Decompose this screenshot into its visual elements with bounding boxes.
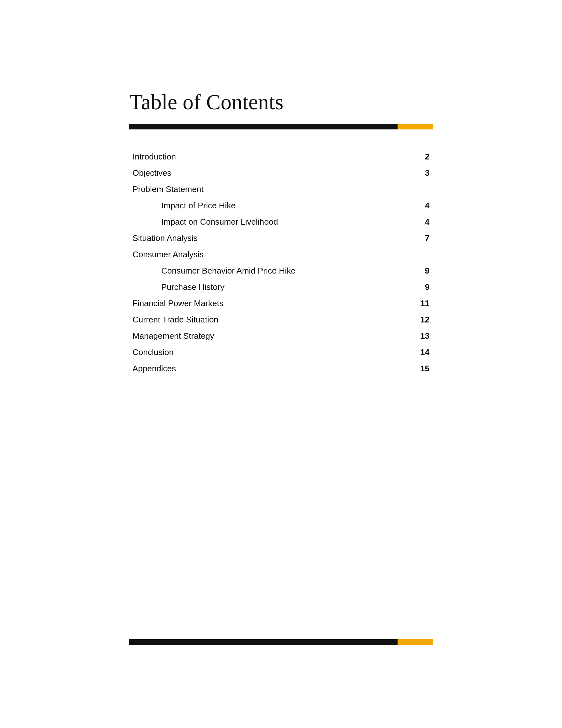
divider-black — [129, 124, 397, 129]
bottom-divider — [129, 639, 433, 645]
toc-item-label: Consumer Behavior Amid Price Hike — [133, 266, 296, 276]
toc-item-page: 15 — [420, 364, 429, 374]
toc-item-page: 4 — [420, 201, 429, 211]
divider-gold — [397, 124, 433, 129]
top-spacer — [129, 0, 433, 89]
toc-row: Impact on Consumer Livelihood4 — [133, 214, 429, 230]
page-title: Table of Contents — [129, 89, 433, 115]
toc-item-page: 9 — [420, 266, 429, 276]
toc-item-label: Introduction — [133, 152, 176, 162]
toc-row: Objectives3 — [133, 165, 429, 181]
toc-row: Purchase History9 — [133, 279, 429, 295]
toc-row: Consumer Analysis — [133, 246, 429, 263]
toc-row: Financial Power Markets11 — [133, 295, 429, 312]
toc-item-label: Current Trade Situation — [133, 315, 219, 325]
toc-item-label: Conclusion — [133, 347, 174, 357]
toc-row: Management Strategy13 — [133, 328, 429, 344]
bottom-divider-black — [129, 639, 397, 645]
toc-item-page: 9 — [420, 282, 429, 292]
toc-item-page: 12 — [420, 315, 429, 325]
bottom-spacer-area — [129, 645, 433, 728]
toc-row: Appendices15 — [133, 360, 429, 377]
toc-row: Conclusion14 — [133, 344, 429, 360]
top-divider — [129, 124, 433, 129]
toc-item-label: Financial Power Markets — [133, 298, 224, 308]
toc-item-label: Impact of Price Hike — [133, 201, 236, 211]
toc-content: Introduction2Objectives3Problem Statemen… — [129, 149, 433, 502]
toc-item-label: Situation Analysis — [133, 233, 198, 243]
toc-item-page: 13 — [420, 331, 429, 341]
toc-item-page: 7 — [420, 233, 429, 243]
toc-item-label: Impact on Consumer Livelihood — [133, 217, 278, 227]
bottom-divider-gold — [397, 639, 433, 645]
toc-item-label: Problem Statement — [133, 184, 204, 194]
toc-row: Current Trade Situation12 — [133, 312, 429, 328]
toc-row: Consumer Behavior Amid Price Hike9 — [133, 263, 429, 279]
toc-item-page: 11 — [420, 298, 429, 308]
toc-item-page: 14 — [420, 347, 429, 357]
toc-item-page: 2 — [420, 152, 429, 162]
bottom-spacer — [129, 502, 433, 627]
toc-item-page: 4 — [420, 217, 429, 227]
toc-row: Impact of Price Hike4 — [133, 197, 429, 214]
toc-item-label: Management Strategy — [133, 331, 214, 341]
toc-item-page: 3 — [420, 168, 429, 178]
toc-item-label: Appendices — [133, 364, 176, 374]
toc-row: Introduction2 — [133, 149, 429, 165]
toc-item-label: Purchase History — [133, 282, 225, 292]
toc-row: Situation Analysis7 — [133, 230, 429, 246]
page: Table of Contents Introduction2Objective… — [129, 0, 433, 728]
toc-item-label: Consumer Analysis — [133, 250, 204, 259]
toc-item-label: Objectives — [133, 168, 171, 178]
toc-row: Problem Statement — [133, 181, 429, 197]
